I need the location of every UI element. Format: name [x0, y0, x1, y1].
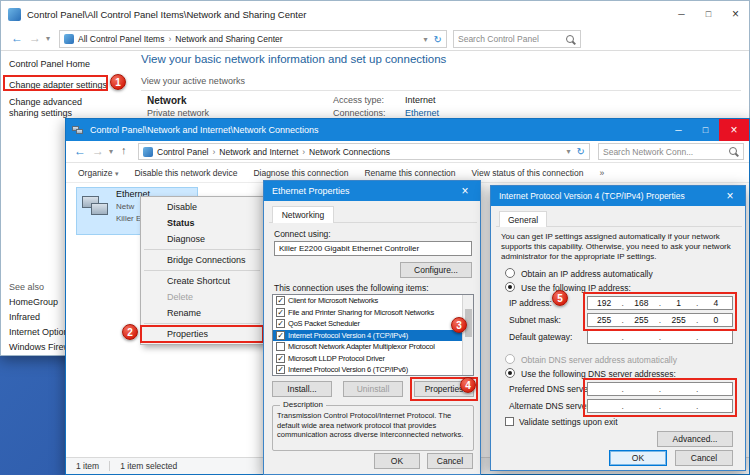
- search-box[interactable]: [453, 30, 581, 48]
- maximize-icon[interactable]: □: [695, 1, 722, 27]
- menu-item-create-shortcut[interactable]: Create Shortcut: [141, 273, 263, 289]
- status-divider: [109, 461, 110, 471]
- menu-item-status[interactable]: Status: [141, 215, 263, 231]
- more-commands-icon[interactable]: »: [599, 168, 604, 178]
- command-diagnose-connection[interactable]: Diagnose this connection: [253, 168, 348, 178]
- menu-item-bridge-connections[interactable]: Bridge Connections: [141, 252, 263, 268]
- minimize-icon[interactable]: ─: [665, 119, 692, 141]
- cancel-button[interactable]: Cancel: [427, 453, 473, 469]
- breadcrumb-root[interactable]: All Control Panel Items: [78, 34, 164, 44]
- forward-icon[interactable]: →: [29, 31, 41, 45]
- radio-use-dns[interactable]: [505, 368, 515, 378]
- checkbox-checked[interactable]: ✓: [276, 331, 285, 340]
- list-item[interactable]: ✓Microsoft LLDP Protocol Driver: [273, 353, 463, 365]
- recent-pages-dropdown-icon[interactable]: ▾: [109, 147, 113, 156]
- command-rename-connection[interactable]: Rename this connection: [364, 168, 455, 178]
- refresh-icon[interactable]: ↻: [434, 34, 442, 45]
- subnet-mask-field[interactable]: 255. 255. 255. 0: [587, 313, 733, 327]
- close-icon[interactable]: ×: [722, 1, 749, 27]
- back-icon[interactable]: ←: [11, 31, 23, 45]
- search-box[interactable]: [598, 143, 744, 160]
- radio-obtain-dns-label[interactable]: Obtain DNS server address automatically: [521, 355, 677, 365]
- ip-address-field[interactable]: 192. 168. 1. 4: [587, 296, 733, 310]
- ethernet-link[interactable]: Ethernet: [405, 108, 439, 118]
- see-also-infrared[interactable]: Infrared: [9, 312, 40, 322]
- connection-items-list[interactable]: ✓Client for Microsoft Networks ✓File and…: [272, 294, 474, 376]
- maximize-icon[interactable]: □: [692, 119, 719, 141]
- refresh-icon[interactable]: ↻: [577, 146, 585, 157]
- default-gateway-field[interactable]: . . .: [587, 330, 733, 344]
- command-disable-device[interactable]: Disable this network device: [134, 168, 237, 178]
- list-item[interactable]: Microsoft Network Adapter Multiplexor Pr…: [273, 341, 463, 353]
- command-view-status[interactable]: View status of this connection: [472, 168, 584, 178]
- forward-icon[interactable]: →: [92, 144, 104, 158]
- menu-separator: [144, 249, 260, 250]
- checkbox-unchecked[interactable]: [276, 342, 285, 351]
- see-also-homegroup[interactable]: HomeGroup: [9, 297, 58, 307]
- radio-obtain-ip[interactable]: [505, 268, 515, 278]
- radio-obtain-dns[interactable]: [505, 354, 515, 364]
- checkbox-checked[interactable]: ✓: [276, 296, 285, 305]
- breadcrumb-dropdown-icon[interactable]: ▾: [424, 35, 428, 44]
- recent-pages-dropdown-icon[interactable]: ▾: [46, 34, 50, 43]
- menu-item-delete[interactable]: Delete: [141, 289, 263, 305]
- breadcrumb[interactable]: All Control Panel Items › Network and Sh…: [59, 30, 447, 48]
- close-icon[interactable]: ×: [715, 186, 745, 206]
- radio-obtain-ip-label[interactable]: Obtain an IP address automatically: [521, 269, 653, 279]
- menu-item-rename[interactable]: Rename: [141, 305, 263, 321]
- sidebar-item-control-panel-home[interactable]: Control Panel Home: [9, 59, 90, 69]
- validate-checkbox-label[interactable]: Validate settings upon exit: [519, 417, 618, 427]
- up-icon[interactable]: ↑: [121, 144, 127, 156]
- octet-separator: .: [695, 332, 700, 342]
- advanced-button[interactable]: Advanced...: [657, 431, 733, 447]
- list-item[interactable]: ✓QoS Packet Scheduler: [273, 318, 463, 330]
- radio-use-dns-label[interactable]: Use the following DNS server addresses:: [521, 369, 676, 379]
- see-also-internet-options[interactable]: Internet Options: [9, 327, 73, 337]
- alternate-dns-field[interactable]: . . .: [587, 399, 733, 413]
- configure-button[interactable]: Configure...: [400, 262, 472, 278]
- search-input[interactable]: [458, 34, 565, 44]
- sidebar-item-change-advanced-sharing[interactable]: Change advanced sharing settings: [9, 97, 111, 119]
- preferred-dns-field[interactable]: . . .: [587, 382, 733, 396]
- breadcrumb-current[interactable]: Network and Sharing Center: [175, 34, 282, 44]
- cancel-button[interactable]: Cancel: [675, 450, 733, 466]
- radio-use-ip-label[interactable]: Use the following IP address:: [521, 283, 631, 293]
- ipv4-properties-dialog: Internet Protocol Version 4 (TCP/IPv4) P…: [490, 185, 746, 471]
- menu-item-diagnose[interactable]: Diagnose: [141, 231, 263, 247]
- validate-checkbox[interactable]: [505, 417, 514, 426]
- checkbox-checked[interactable]: ✓: [276, 354, 285, 363]
- status-item-count: 1 item: [76, 461, 99, 471]
- ok-button[interactable]: OK: [374, 453, 420, 469]
- ok-button[interactable]: OK: [609, 450, 667, 466]
- breadcrumb-network-connections[interactable]: Network Connections: [309, 147, 390, 157]
- breadcrumb-network-internet[interactable]: Network and Internet: [219, 147, 298, 157]
- page-title: View your basic network information and …: [141, 53, 446, 65]
- list-item[interactable]: ✓File and Printer Sharing for Microsoft …: [273, 307, 463, 319]
- back-icon[interactable]: ←: [74, 144, 86, 158]
- menu-item-disable[interactable]: Disable: [141, 199, 263, 215]
- menu-item-properties[interactable]: Properties: [141, 326, 263, 342]
- tab-networking[interactable]: Networking: [272, 206, 334, 223]
- close-icon[interactable]: ×: [719, 119, 749, 141]
- checkbox-checked[interactable]: ✓: [276, 319, 285, 328]
- organize-menu[interactable]: Organize ▾: [78, 168, 118, 178]
- sidebar-item-change-adapter-settings[interactable]: Change adapter settings: [9, 80, 107, 90]
- tab-general[interactable]: General: [499, 211, 547, 227]
- list-item[interactable]: ✓Client for Microsoft Networks: [273, 295, 463, 307]
- close-icon[interactable]: ×: [450, 181, 480, 201]
- uninstall-button[interactable]: Uninstall: [343, 381, 403, 397]
- scrollbar[interactable]: [462, 295, 473, 375]
- radio-use-ip[interactable]: [505, 282, 515, 292]
- checkbox-checked[interactable]: ✓: [276, 365, 285, 374]
- search-input[interactable]: [603, 147, 728, 157]
- breadcrumb[interactable]: Control Panel › Network and Internet › N…: [138, 143, 590, 160]
- breadcrumb-control-panel[interactable]: Control Panel: [157, 147, 209, 157]
- list-item-ipv4-selected[interactable]: ✓Internet Protocol Version 4 (TCP/IPv4): [273, 330, 463, 342]
- list-item[interactable]: ✓Internet Protocol Version 6 (TCP/IPv6): [273, 364, 463, 376]
- nsc-window-title: Control Panel\All Control Panel Items\Ne…: [27, 9, 306, 20]
- ethernet-context-menu: Disable Status Diagnose Bridge Connectio…: [140, 196, 264, 345]
- checkbox-checked[interactable]: ✓: [276, 308, 285, 317]
- install-button[interactable]: Install...: [272, 381, 332, 397]
- breadcrumb-dropdown-icon[interactable]: ▾: [567, 147, 571, 156]
- minimize-icon[interactable]: ─: [668, 1, 695, 27]
